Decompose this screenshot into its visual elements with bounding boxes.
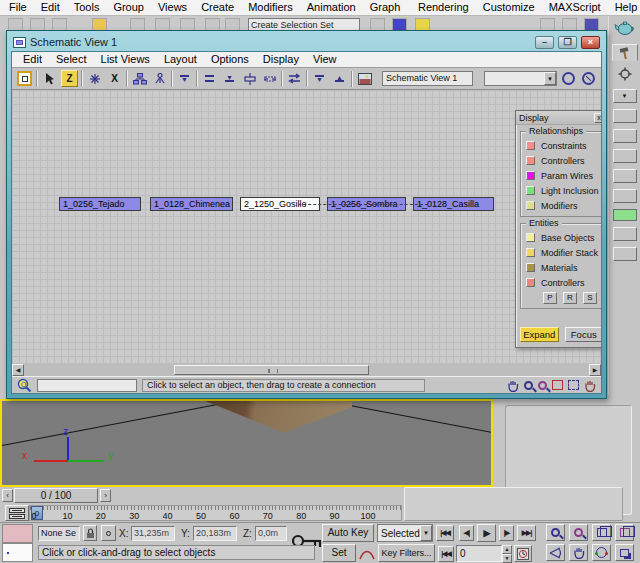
- menu-tools[interactable]: Tools: [67, 0, 107, 15]
- main-toolbar-icon[interactable]: [562, 18, 577, 30]
- schematic-view-icon[interactable]: [415, 18, 430, 30]
- close-button[interactable]: ×: [581, 36, 600, 49]
- material-editor-icon[interactable]: [584, 18, 599, 30]
- time-ruler[interactable]: 0 0102030405060708090100: [29, 505, 402, 521]
- zoom-all-button[interactable]: [569, 524, 588, 541]
- zoom-extents-button[interactable]: [592, 524, 611, 541]
- close-icon[interactable]: x: [594, 113, 601, 123]
- view-name-input[interactable]: Schematic View 1: [382, 71, 473, 86]
- zoom-extents-all-button[interactable]: [615, 524, 634, 541]
- main-toolbar-icon[interactable]: [130, 18, 145, 30]
- arc-rotate-button[interactable]: [592, 544, 611, 561]
- menu-create[interactable]: Create: [194, 0, 241, 15]
- window-titlebar[interactable]: Schematic View 1 – ❒ ×: [11, 35, 602, 51]
- materials-color-swatch[interactable]: [526, 263, 535, 272]
- prev-frame-arrow[interactable]: ‹: [2, 489, 13, 502]
- main-toolbar-icon[interactable]: [155, 18, 170, 30]
- prs-button-s[interactable]: S: [583, 292, 597, 304]
- schematic-menu-options[interactable]: Options: [204, 52, 256, 67]
- maximize-button[interactable]: ❒: [558, 36, 577, 49]
- menu-help[interactable]: Help: [608, 0, 640, 15]
- display-floater-titlebar[interactable]: Display x: [516, 111, 601, 125]
- utility-dropdown[interactable]: ▼: [613, 89, 637, 103]
- utility-button[interactable]: [613, 149, 637, 163]
- main-toolbar-icon[interactable]: [370, 18, 385, 30]
- absolute-offset-toggle[interactable]: [101, 525, 116, 541]
- focus-button[interactable]: Focus: [565, 327, 602, 342]
- main-toolbar-icon[interactable]: [52, 18, 67, 30]
- align-bottom-button[interactable]: [261, 70, 278, 87]
- min-max-toggle-button[interactable]: [615, 544, 634, 561]
- controllers-color-swatch[interactable]: [526, 156, 535, 165]
- render-teapot-icon[interactable]: [614, 18, 636, 38]
- main-toolbar-icon[interactable]: [205, 18, 220, 30]
- go-to-end-button[interactable]: ▶▶|: [517, 525, 536, 541]
- chevron-down-icon[interactable]: ▼: [420, 525, 432, 541]
- align-center-button[interactable]: ▼: [221, 70, 238, 87]
- delete-bookmark-button[interactable]: [580, 70, 597, 87]
- schematic-menu-view[interactable]: View: [306, 52, 344, 67]
- menu-views[interactable]: Views: [151, 0, 194, 15]
- controllers-color-swatch[interactable]: [526, 278, 535, 287]
- menu-file[interactable]: File: [2, 0, 34, 15]
- align-left-button[interactable]: [201, 70, 218, 87]
- filter-hide-button[interactable]: ▼: [311, 70, 328, 87]
- utility-button[interactable]: [613, 129, 637, 143]
- menu-group[interactable]: Group: [106, 0, 151, 15]
- expand-button[interactable]: Expand: [520, 327, 559, 342]
- align-top-button[interactable]: [241, 70, 258, 87]
- main-toolbar-icon[interactable]: [30, 18, 45, 30]
- scrollbar-thumb[interactable]: [174, 365, 369, 375]
- schematic-menu-display[interactable]: Display: [256, 52, 306, 67]
- x-coordinate-field[interactable]: 31,235m: [131, 526, 175, 541]
- spin-down-icon[interactable]: ▼: [502, 554, 512, 563]
- key-step-toggle[interactable]: |◀◀: [438, 546, 454, 562]
- preferences-button[interactable]: [356, 70, 373, 87]
- chevron-down-icon[interactable]: ▼: [544, 72, 556, 85]
- minimize-button[interactable]: –: [535, 36, 554, 49]
- menu-graph-editors[interactable]: Graph Editors: [363, 0, 411, 15]
- modifier-stack-color-swatch[interactable]: [526, 248, 535, 257]
- utility-button[interactable]: [613, 189, 637, 203]
- menu-rendering[interactable]: Rendering: [411, 0, 476, 15]
- frame-indicator[interactable]: 0 / 100: [14, 488, 98, 503]
- filter-show-button[interactable]: ▲: [331, 70, 348, 87]
- macro-recorder-line[interactable]: [2, 524, 33, 543]
- schematic-canvas[interactable]: 1_0256_Tejado1_0128_Chimenea2_1250_Gosil…: [12, 90, 601, 364]
- constraints-color-swatch[interactable]: [526, 141, 535, 150]
- align-children-button[interactable]: ▼: [176, 70, 193, 87]
- param-wires-color-swatch[interactable]: [526, 171, 535, 180]
- frame-spinner[interactable]: ▲ ▼: [502, 545, 512, 562]
- pan-hand-icon[interactable]: [507, 379, 519, 392]
- bookmark-zoom-icon[interactable]: Q: [17, 378, 32, 392]
- utility-button[interactable]: [613, 227, 637, 241]
- hierarchy-mode-button[interactable]: [131, 70, 148, 87]
- scroll-left-icon[interactable]: ◀: [12, 364, 24, 376]
- display-floater-toggle[interactable]: [16, 70, 33, 87]
- new-key-curve-icon[interactable]: [359, 547, 375, 561]
- references-mode-button[interactable]: [151, 70, 168, 87]
- utility-button[interactable]: [613, 247, 637, 261]
- schematic-menu-list-views[interactable]: List Views: [94, 52, 157, 67]
- scroll-right-icon[interactable]: ▶: [589, 364, 601, 376]
- set-key-button[interactable]: Set Key: [322, 544, 356, 562]
- light-inclusion-color-swatch[interactable]: [526, 186, 535, 195]
- go-to-start-button[interactable]: |◀◀: [436, 525, 454, 541]
- zoom-icon[interactable]: [524, 381, 533, 390]
- delete-objects-button[interactable]: X: [106, 70, 123, 87]
- zoom-extents-icon[interactable]: [552, 380, 563, 390]
- select-tool-button[interactable]: [41, 70, 58, 87]
- undo-icon[interactable]: [92, 18, 107, 30]
- menu-edit[interactable]: Edit: [34, 0, 67, 15]
- menu-customize[interactable]: Customize: [476, 0, 542, 15]
- selection-set-combo[interactable]: Create Selection Set: [248, 18, 360, 30]
- schematic-node[interactable]: 1_0256_Tejado: [59, 197, 141, 211]
- menu-maxscript[interactable]: MAXScript: [542, 0, 608, 15]
- prs-button-r[interactable]: R: [563, 292, 577, 304]
- maxscript-mini-listener[interactable]: [2, 543, 33, 562]
- main-toolbar-icon[interactable]: [180, 18, 195, 30]
- menu-animation[interactable]: Animation: [300, 0, 363, 15]
- connect-tool-button[interactable]: Z: [61, 70, 78, 87]
- next-frame-arrow[interactable]: ›: [100, 489, 111, 502]
- main-toolbar-icon[interactable]: [225, 18, 240, 30]
